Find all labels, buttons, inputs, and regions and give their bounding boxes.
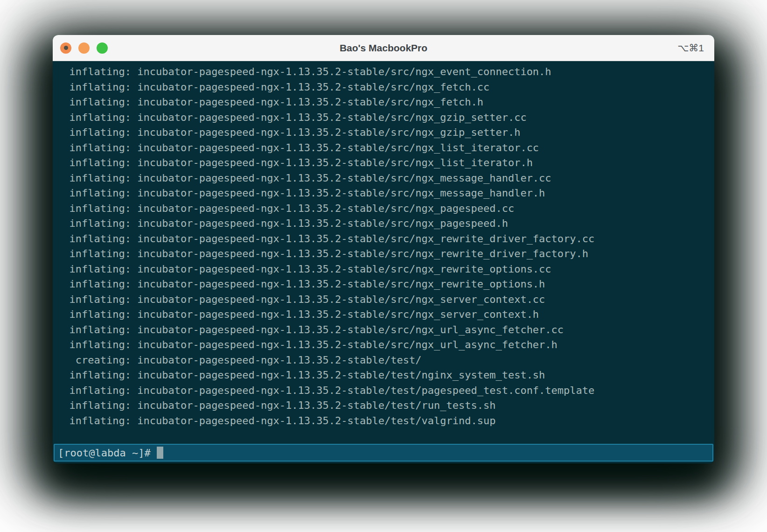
close-button-icon[interactable] bbox=[60, 42, 71, 54]
terminal-line: inflating: incubator-pagespeed-ngx-1.13.… bbox=[57, 231, 714, 247]
terminal-line: inflating: incubator-pagespeed-ngx-1.13.… bbox=[57, 398, 714, 413]
close-dot-icon bbox=[64, 46, 68, 50]
shell-prompt: [root@labda ~]# bbox=[58, 447, 151, 459]
zoom-button-icon[interactable] bbox=[97, 42, 108, 54]
terminal-line: inflating: incubator-pagespeed-ngx-1.13.… bbox=[57, 307, 714, 322]
terminal-line: inflating: incubator-pagespeed-ngx-1.13.… bbox=[57, 383, 714, 399]
terminal-line: inflating: incubator-pagespeed-ngx-1.13.… bbox=[57, 155, 714, 171]
terminal-line: inflating: incubator-pagespeed-ngx-1.13.… bbox=[57, 322, 714, 338]
terminal-line: inflating: incubator-pagespeed-ngx-1.13.… bbox=[57, 262, 714, 277]
terminal-line: inflating: incubator-pagespeed-ngx-1.13.… bbox=[57, 413, 714, 429]
prompt-bar[interactable]: [root@labda ~]# bbox=[54, 444, 713, 462]
terminal-line: inflating: incubator-pagespeed-ngx-1.13.… bbox=[57, 368, 714, 383]
terminal-line: inflating: incubator-pagespeed-ngx-1.13.… bbox=[57, 125, 714, 140]
terminal-empty-space bbox=[53, 428, 714, 444]
terminal-line: inflating: incubator-pagespeed-ngx-1.13.… bbox=[57, 186, 714, 201]
terminal-line: inflating: incubator-pagespeed-ngx-1.13.… bbox=[57, 216, 714, 231]
terminal-line: inflating: incubator-pagespeed-ngx-1.13.… bbox=[57, 80, 714, 95]
terminal-line: inflating: incubator-pagespeed-ngx-1.13.… bbox=[57, 95, 714, 110]
terminal-line: inflating: incubator-pagespeed-ngx-1.13.… bbox=[57, 337, 714, 353]
terminal-line: inflating: incubator-pagespeed-ngx-1.13.… bbox=[57, 110, 714, 126]
terminal-line: inflating: incubator-pagespeed-ngx-1.13.… bbox=[57, 140, 714, 156]
terminal-line: inflating: incubator-pagespeed-ngx-1.13.… bbox=[57, 292, 714, 308]
terminal-line: creating: incubator-pagespeed-ngx-1.13.3… bbox=[57, 353, 714, 368]
terminal-output: inflating: incubator-pagespeed-ngx-1.13.… bbox=[53, 61, 714, 428]
terminal-line: inflating: incubator-pagespeed-ngx-1.13.… bbox=[57, 64, 714, 80]
terminal-cursor[interactable] bbox=[157, 447, 163, 459]
traffic-lights bbox=[53, 42, 108, 54]
titlebar[interactable]: Bao's MacbookPro ⌥⌘1 bbox=[53, 35, 714, 61]
terminal-line: inflating: incubator-pagespeed-ngx-1.13.… bbox=[57, 201, 714, 217]
window-shortcut-badge: ⌥⌘1 bbox=[677, 42, 704, 54]
terminal-line: inflating: incubator-pagespeed-ngx-1.13.… bbox=[57, 246, 714, 262]
minimize-button-icon[interactable] bbox=[78, 42, 90, 54]
terminal-line: inflating: incubator-pagespeed-ngx-1.13.… bbox=[57, 277, 714, 292]
terminal-line: inflating: incubator-pagespeed-ngx-1.13.… bbox=[57, 171, 714, 186]
terminal-screen[interactable]: inflating: incubator-pagespeed-ngx-1.13.… bbox=[53, 61, 714, 463]
terminal-window: Bao's MacbookPro ⌥⌘1 inflating: incubato… bbox=[53, 35, 714, 463]
window-title: Bao's MacbookPro bbox=[53, 42, 714, 54]
